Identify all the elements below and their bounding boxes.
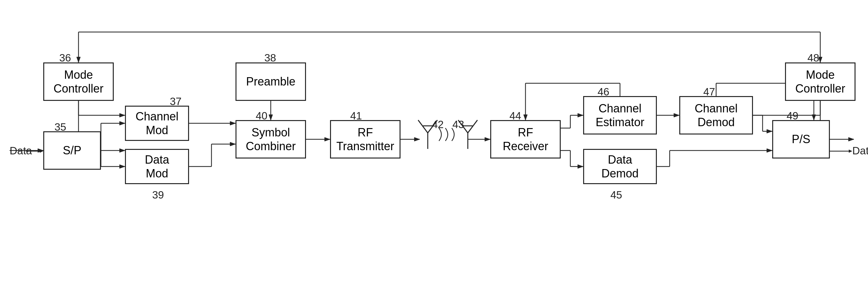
label-39: 39 — [152, 189, 164, 201]
svg-marker-48 — [767, 129, 772, 133]
label-38: 38 — [264, 52, 276, 64]
wireless-signal — [436, 125, 461, 144]
label-45: 45 — [610, 189, 622, 201]
svg-marker-11 — [120, 121, 125, 125]
label-41: 41 — [350, 110, 362, 122]
svg-marker-30 — [485, 137, 490, 141]
svg-marker-22 — [230, 142, 236, 146]
label-36: 36 — [59, 52, 71, 64]
svg-line-72 — [468, 120, 477, 133]
rf-transmitter-block: RFTransmitter — [330, 120, 401, 159]
data-in-arrow — [26, 148, 45, 154]
rf-receiver-label: RFReceiver — [503, 126, 548, 153]
diagram: 42 43 ModeController 36 S/P 35 ChannelMo… — [0, 0, 868, 293]
channel-estimator-block: ChannelEstimator — [583, 96, 657, 134]
data-out-arrow — [830, 148, 854, 154]
ps-label: P/S — [792, 132, 810, 146]
label-44: 44 — [509, 110, 521, 122]
channel-demod-block: ChannelDemod — [679, 96, 753, 134]
channel-mod-label: ChannelMod — [135, 109, 179, 137]
data-demod-label: DataDemod — [601, 153, 639, 180]
label-47: 47 — [703, 86, 715, 98]
label-49: 49 — [786, 110, 799, 122]
svg-marker-62 — [524, 115, 527, 120]
svg-marker-56 — [848, 137, 854, 141]
preamble-label: Preamble — [246, 75, 296, 88]
svg-marker-38 — [578, 165, 583, 168]
data-demod-block: DataDemod — [583, 149, 657, 184]
channel-demod-label: ChannelDemod — [695, 101, 738, 129]
svg-marker-44 — [767, 149, 772, 153]
svg-marker-34 — [578, 113, 583, 117]
rf-transmitter-label: RFTransmitter — [336, 126, 395, 153]
svg-marker-18 — [230, 121, 236, 125]
svg-marker-77 — [849, 150, 852, 153]
mode-controller-right-label: ModeController — [795, 68, 845, 95]
svg-marker-40 — [674, 113, 679, 117]
symbol-combiner-block: SymbolCombiner — [236, 120, 306, 159]
svg-marker-54 — [812, 115, 816, 120]
symbol-combiner-label: SymbolCombiner — [246, 126, 296, 153]
label-40: 40 — [256, 110, 268, 122]
ps-block: P/S — [772, 120, 830, 159]
svg-marker-8 — [120, 113, 125, 117]
data-out-label: Data — [852, 145, 868, 157]
svg-marker-26 — [324, 137, 330, 141]
label-48: 48 — [807, 52, 819, 64]
channel-estimator-label: ChannelEstimator — [596, 101, 644, 129]
channel-mod-block: ChannelMod — [125, 106, 189, 141]
data-mod-block: DataMod — [125, 149, 189, 184]
svg-marker-3 — [76, 57, 81, 62]
svg-marker-75 — [40, 150, 43, 153]
mode-controller-right-block: ModeController — [785, 62, 856, 101]
svg-marker-24 — [269, 115, 273, 120]
label-46: 46 — [597, 86, 610, 98]
label-35: 35 — [55, 121, 66, 133]
rf-receiver-block: RFReceiver — [490, 120, 561, 159]
sp-label: S/P — [63, 143, 82, 157]
svg-line-67 — [418, 120, 428, 133]
mode-controller-left-label: ModeController — [54, 68, 103, 95]
svg-marker-13 — [120, 149, 125, 153]
label-37: 37 — [170, 95, 182, 107]
data-mod-label: DataMod — [145, 153, 169, 180]
preamble-block: Preamble — [236, 62, 306, 101]
mode-controller-left-block: ModeController — [43, 62, 114, 101]
sp-block: S/P — [43, 131, 101, 170]
svg-marker-16 — [120, 165, 125, 168]
